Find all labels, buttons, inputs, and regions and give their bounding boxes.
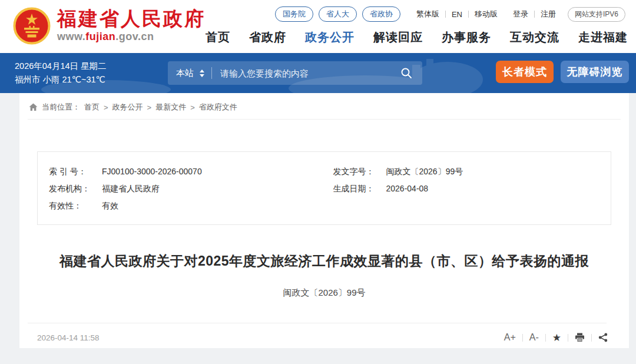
meta-issuing-agency: 发布机构：福建省人民政府	[38, 180, 324, 197]
site-name: 福建省人民政府	[57, 9, 206, 29]
header-top-links: 国务院 省人大 省政协 繁体版 EN 移动版 登录 注册 网站支持IPV6	[275, 6, 625, 22]
page-main: 当前位置： 首页 > 政务公开 > 最新文件 > 省政府文件 索 引 号：FJ0…	[0, 93, 636, 364]
divider	[545, 334, 546, 342]
nav-government-affairs[interactable]: 政务公开	[305, 29, 355, 45]
main-navigation: 首页 省政府 政务公开 解读回应 办事服务 互动交流 走进福建	[206, 29, 628, 45]
link-state-council[interactable]: 国务院	[275, 6, 313, 22]
divider	[211, 67, 212, 79]
divider	[591, 334, 592, 342]
breadcrumb-latest-documents[interactable]: 最新文件	[155, 102, 186, 112]
nav-home[interactable]: 首页	[206, 29, 230, 45]
scope-dropdown-icon[interactable]	[200, 70, 204, 77]
site-url: www.fujian.gov.cn	[57, 31, 206, 43]
meta-issue-date: 生成日期：2026-04-08	[324, 180, 611, 197]
font-decrease-button[interactable]: A-	[529, 332, 539, 343]
login-link[interactable]: 登录	[513, 9, 528, 19]
nav-provincial-government[interactable]: 省政府	[249, 29, 286, 45]
search-scope-select[interactable]: 本站	[176, 68, 194, 79]
site-header: 福建省人民政府 www.fujian.gov.cn 国务院 省人大 省政协 繁体…	[0, 0, 636, 53]
document-title: 福建省人民政府关于对2025年度文旅经济工作成效显著的县（市、区）给予表扬的通报	[19, 252, 629, 270]
register-link[interactable]: 注册	[541, 9, 556, 19]
divider	[468, 11, 469, 18]
divider	[28, 119, 621, 120]
meta-validity: 有效性：有效	[38, 197, 324, 214]
favorite-icon[interactable]: ★	[552, 333, 561, 343]
site-logo[interactable]: 福建省人民政府 www.fujian.gov.cn	[13, 6, 206, 45]
divider	[534, 11, 535, 18]
accessibility-button[interactable]: 无障碍浏览	[561, 61, 629, 83]
article-toolbar: A+ A- ★	[504, 332, 608, 343]
nav-interaction[interactable]: 互动交流	[510, 29, 559, 45]
current-date: 2026年04月14日 星期二	[15, 59, 107, 73]
national-emblem-icon	[13, 6, 51, 45]
breadcrumb-gov-affairs[interactable]: 政务公开	[112, 102, 143, 112]
search-box: 本站	[168, 61, 422, 85]
link-provincial-congress[interactable]: 省人大	[319, 6, 357, 22]
divider	[445, 11, 446, 18]
topbar: 2026年04月14日 星期二 福州市 小雨 21℃~31℃ 本站 长者模式 无…	[0, 53, 636, 93]
home-icon	[29, 103, 38, 111]
search-input[interactable]	[220, 68, 399, 78]
search-icon[interactable]	[399, 65, 414, 81]
breadcrumb-provincial-documents[interactable]: 省政府文件	[199, 102, 237, 112]
document-card: 当前位置： 首页 > 政务公开 > 最新文件 > 省政府文件 索 引 号：FJ0…	[19, 93, 629, 348]
document-meta-box: 索 引 号：FJ00100-3000-2026-00070 发布机构：福建省人民…	[37, 151, 611, 225]
meta-document-number: 发文字号：闽政文〔2026〕99号	[324, 163, 611, 180]
document-footer: 2026-04-14 11:58 A+ A- ★	[19, 323, 629, 343]
nav-interpretation[interactable]: 解读回应	[373, 29, 423, 45]
link-provincial-cppcc[interactable]: 省政协	[362, 6, 400, 22]
elder-mode-button[interactable]: 长者模式	[496, 61, 554, 83]
link-traditional-chinese[interactable]: 繁体版	[416, 9, 439, 19]
datetime-weather: 2026年04月14日 星期二 福州市 小雨 21℃~31℃	[15, 59, 107, 87]
breadcrumb-prefix: 当前位置：	[42, 102, 80, 112]
link-english[interactable]: EN	[452, 10, 462, 19]
ipv6-badge: 网站支持IPV6	[568, 7, 625, 22]
nav-about-fujian[interactable]: 走进福建	[578, 29, 628, 45]
breadcrumb-home[interactable]: 首页	[84, 102, 100, 112]
divider	[522, 334, 523, 342]
meta-index-number: 索 引 号：FJ00100-3000-2026-00070	[38, 163, 324, 180]
share-icon[interactable]	[598, 333, 608, 342]
publish-time: 2026-04-14 11:58	[37, 333, 100, 342]
link-mobile-version[interactable]: 移动版	[475, 9, 498, 19]
nav-services[interactable]: 办事服务	[442, 29, 491, 45]
breadcrumb: 当前位置： 首页 > 政务公开 > 最新文件 > 省政府文件	[19, 93, 629, 119]
divider	[568, 334, 568, 342]
print-icon[interactable]	[575, 333, 585, 342]
weather-info: 福州市 小雨 21℃~31℃	[15, 73, 107, 87]
document-number: 闽政文〔2026〕99号	[19, 287, 629, 299]
font-increase-button[interactable]: A+	[504, 332, 516, 343]
